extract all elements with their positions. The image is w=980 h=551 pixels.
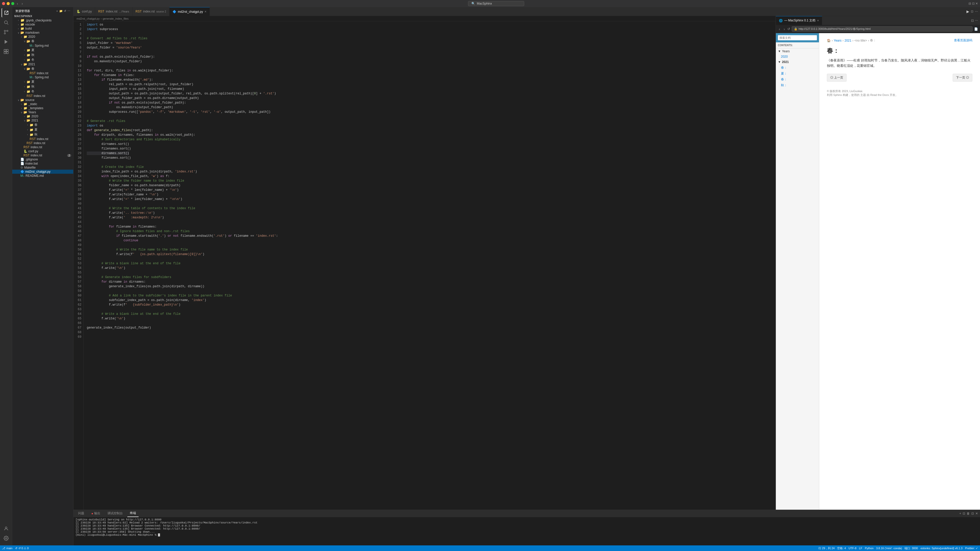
new-file-icon[interactable]: +: [56, 10, 58, 13]
sidebar-item-index-rst-badge[interactable]: RST index.rst 2: [12, 153, 73, 157]
sphinx-tree-2020[interactable]: 2020: [776, 54, 819, 59]
preview-page-source-icon[interactable]: 📄: [974, 27, 978, 31]
sidebar-item-templates[interactable]: › 📁 _templates: [12, 106, 73, 110]
run-button[interactable]: ▶: [966, 10, 969, 14]
sphinx-tree-years[interactable]: ▼ Years: [776, 48, 819, 54]
tab-close-icon[interactable]: ✕: [204, 10, 207, 13]
sidebar-item-2020-src[interactable]: › 📁 2020: [12, 114, 73, 118]
status-encoding[interactable]: UTF-8: [849, 547, 856, 550]
tab-md2rst[interactable]: 🔷 md2rst_chatgpt.py ✕: [169, 7, 210, 16]
code-area[interactable]: 12345 678910 1112131415 1617181920 21222…: [73, 21, 776, 510]
tab-conf-py[interactable]: 🐍 conf.py: [73, 7, 95, 16]
activity-search-icon[interactable]: [2, 18, 11, 27]
status-sync[interactable]: ↺ ↺ 0 ⚠ 0: [15, 547, 29, 550]
tab-index-rst-years[interactable]: RST index.rst .../Years: [95, 7, 132, 16]
terminal-new-icon[interactable]: +: [959, 512, 961, 515]
terminal-maximize-icon[interactable]: ⊡: [971, 512, 974, 515]
browser-back-button[interactable]: ‹: [778, 27, 781, 31]
terminal-tab-terminal[interactable]: 终端: [127, 510, 138, 517]
status-prettier[interactable]: Prettier: ✓: [965, 547, 978, 550]
view-source-link[interactable]: 查看页面源码: [954, 38, 972, 43]
sidebar-item-readme[interactable]: M↓ README.md: [12, 174, 73, 178]
sidebar-item-static[interactable]: › 📁 _static: [12, 102, 73, 106]
traffic-light-green[interactable]: [11, 2, 14, 5]
sidebar-item-2020[interactable]: › 📁 2020: [12, 35, 73, 39]
sidebar-item-years[interactable]: ∨ 📂 Years: [12, 110, 73, 114]
sidebar-item-md2rst[interactable]: 🔷 md2rst_chatgpt.py: [12, 170, 73, 174]
sphinx-search-input[interactable]: [778, 35, 817, 40]
preview-split-icon[interactable]: ⊡: [971, 19, 974, 22]
new-folder-icon[interactable]: 📁: [59, 10, 63, 13]
sidebar-item-xia-b[interactable]: › 📁 夏: [12, 79, 73, 84]
sidebar-item-spring-md-b[interactable]: M↓ Spring.md: [12, 75, 73, 79]
sphinx-tree-chun-a[interactable]: 春：: [776, 65, 819, 71]
nav-back-button[interactable]: ‹: [16, 2, 19, 6]
status-port[interactable]: 端口: 3000: [904, 546, 918, 550]
status-line-ending[interactable]: LF: [859, 547, 862, 550]
activity-source-control-icon[interactable]: [2, 27, 11, 37]
sidebar-item-build[interactable]: › 📁 build: [12, 27, 73, 30]
collapse-all-icon[interactable]: ⋯: [67, 10, 70, 13]
preview-tab-macsphinx[interactable]: 🌐 — MacSphinx 0.1 文档 ✕: [776, 16, 822, 25]
activity-explorer-icon[interactable]: [2, 8, 11, 17]
sidebar-item-dong-b[interactable]: › 📁 冬: [12, 89, 73, 94]
sidebar-item-qiu-a[interactable]: › 📁 秋: [12, 52, 73, 57]
sidebar-item-index-rst-a[interactable]: RST index.rst: [12, 71, 73, 75]
status-spaces[interactable]: 空格: 4: [837, 546, 846, 550]
terminal-split-icon[interactable]: ⊡: [963, 512, 965, 515]
refresh-icon[interactable]: ↺: [64, 10, 66, 13]
sidebar-item-chun-src[interactable]: › 📁 春: [12, 122, 73, 127]
activity-settings-icon[interactable]: [2, 534, 11, 543]
sidebar-item-vscode[interactable]: › 📁 vscode: [12, 22, 73, 27]
browser-url-bar[interactable]: 🔒 http://127.0.0.1:3000/build/html/Years…: [792, 26, 973, 32]
split-editor-icon[interactable]: ⊡: [971, 10, 974, 13]
refresh-browser-icon[interactable]: ↺: [788, 27, 790, 31]
sidebar-item-2021-md[interactable]: ∨ 📂 2021: [12, 62, 73, 66]
browser-forward-button[interactable]: ›: [783, 27, 786, 31]
sphinx-tree-chun-b[interactable]: 春：: [776, 76, 819, 83]
sphinx-tree-xia[interactable]: 夏：: [776, 71, 819, 76]
sidebar-item-chun-a[interactable]: ∨ 📂 春: [12, 39, 73, 44]
status-branch[interactable]: ⎇ main: [2, 547, 13, 550]
code-content[interactable]: import os import subprocess # Convert .m…: [84, 21, 776, 510]
nav-forward-button[interactable]: ›: [21, 2, 24, 6]
sidebar-item-index-rst-src[interactable]: RST index.rst: [12, 137, 73, 141]
sphinx-tree-qiu[interactable]: 秋：: [776, 83, 819, 88]
traffic-light-yellow[interactable]: [6, 2, 10, 5]
terminal-content[interactable]: [sphinx-autobuild] Serving on http://127…: [73, 517, 980, 545]
next-page-button[interactable]: 下一页 ◎: [953, 74, 972, 82]
sphinx-tree-2021[interactable]: ▼ 2021: [776, 59, 819, 65]
terminal-kill-icon[interactable]: 🗑: [967, 512, 970, 515]
sidebar-item-makebat[interactable]: 📄 make.bat: [12, 162, 73, 165]
home-icon[interactable]: 🏠: [827, 39, 831, 42]
sidebar-item-index-rst-source[interactable]: RST index.rst: [12, 145, 73, 149]
sidebar-item-dong-a[interactable]: › 📁 冬: [12, 57, 73, 62]
sidebar-item-index-rst-years[interactable]: RST index.rst: [12, 141, 73, 145]
activity-run-icon[interactable]: [2, 37, 11, 46]
sidebar-item-spring-md-a[interactable]: M↓ Spring.md: [12, 44, 73, 48]
tab-index-rst-source2[interactable]: RST index.rst source 2: [132, 7, 169, 16]
sidebar-item-jpynb[interactable]: › 📁 .jpynb_checkpoints: [12, 18, 73, 22]
sidebar-item-chun-b[interactable]: ∨ 📂 春: [12, 66, 73, 71]
sidebar-item-qiu-b[interactable]: › 📁 秋: [12, 84, 73, 89]
terminal-tab-output[interactable]: ● 输出: [89, 510, 103, 517]
terminal-close-icon[interactable]: ✕: [975, 512, 978, 515]
sidebar-item-source[interactable]: ∨ 📂 source: [12, 98, 73, 102]
sidebar-item-xia-a[interactable]: › 📁 夏: [12, 48, 73, 52]
terminal-tab-problems[interactable]: 问题: [76, 510, 87, 517]
status-python-version[interactable]: 3.8.16 ('mini': conda): [876, 547, 902, 550]
activity-account-icon[interactable]: [2, 524, 11, 533]
status-eslint[interactable]: eslonks: Sphinx[undefined] v6.1.3: [921, 547, 963, 550]
terminal-tab-debug[interactable]: 调试控制台: [105, 510, 125, 517]
preview-more-icon[interactable]: ⋯: [975, 19, 978, 22]
sidebar-item-makefile[interactable]: ⚙ Makefile: [12, 165, 73, 170]
sidebar-item-xia-src[interactable]: › 📁 夏: [12, 127, 73, 132]
sidebar-item-qiu-src[interactable]: › 📁 秋: [12, 132, 73, 137]
sidebar-item-2021-src[interactable]: ∨ 📂 2021: [12, 118, 73, 122]
prev-page-button[interactable]: ◎ 上一页: [827, 74, 846, 82]
status-position[interactable]: 行 29，列 24: [818, 546, 835, 550]
breadcrumb-2021[interactable]: 2021: [845, 39, 851, 42]
global-search-bar[interactable]: 🔍 MacSphinx: [468, 1, 524, 6]
traffic-light-red[interactable]: [2, 2, 5, 5]
sidebar-item-markdown[interactable]: ∨ 📂 markdown: [12, 30, 73, 35]
